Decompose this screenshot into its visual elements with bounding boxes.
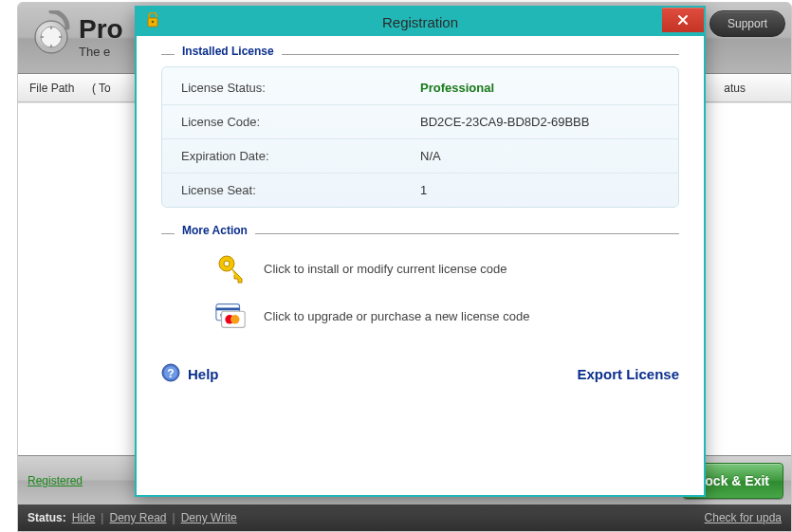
close-icon [677,14,689,26]
row-license-status: License Status: Professional [162,71,678,104]
svg-point-15 [230,315,239,323]
svg-point-9 [224,261,230,266]
group-more-action: More Action [161,229,679,238]
svg-rect-11 [216,307,240,310]
label-license-code: License Code: [181,115,420,129]
app-logo-dial-icon [29,10,73,54]
action-install-text: Click to install or modify current licen… [264,262,507,276]
column-to: ( To [92,82,111,95]
row-expiration-date: Expiration Date: N/A [162,138,678,173]
value-license-status: Professional [420,81,659,95]
registration-dialog: Registration Installed License License S… [135,6,706,497]
dialog-title: Registration [137,14,704,30]
separator: | [173,511,175,524]
status-deny-read-link[interactable]: Deny Read [109,511,166,524]
action-upgrade-purchase[interactable]: VISA Click to upgrade or purchase a new … [214,299,679,333]
status-label: Status: [28,511,66,524]
key-icon [214,251,249,285]
svg-point-1 [41,27,62,47]
separator: | [101,511,103,524]
action-upgrade-text: Click to upgrade or purchase a new licen… [264,309,529,323]
help-link[interactable]: ? Help [161,363,219,385]
svg-text:?: ? [167,367,174,380]
help-text: Help [188,366,219,382]
value-seat: 1 [420,183,659,197]
group-label: More Action [178,224,251,237]
close-button[interactable] [662,8,704,32]
status-deny-write-link[interactable]: Deny Write [181,511,237,524]
value-license-code: BD2CE-23CA9-BD8D2-69BBB [420,115,659,129]
label-license-status: License Status: [181,81,420,95]
credit-cards-icon: VISA [214,299,249,333]
column-status[interactable]: atus [724,82,746,95]
label-expiration: Expiration Date: [181,149,420,163]
value-expiration: N/A [420,149,659,163]
status-bar: Status: Hide | Deny Read | Deny Write Ch… [18,504,791,531]
group-label: Installed License [178,45,278,58]
support-button[interactable]: Support [709,10,785,37]
dialog-titlebar[interactable]: Registration [137,8,704,36]
row-license-code: License Code: BD2CE-23CA9-BD8D2-69BBB [162,104,678,138]
row-license-seat: License Seat: 1 [162,173,678,207]
status-hide-link[interactable]: Hide [72,511,96,524]
check-update-link[interactable]: Check for upda [705,511,782,524]
group-installed-license: Installed License [161,49,679,59]
app-subtitle: The e [79,45,123,59]
registered-link[interactable]: Registered [28,474,83,487]
label-seat: License Seat: [181,183,420,197]
app-title: Pro [79,10,123,43]
action-install-modify[interactable]: Click to install or modify current licen… [214,251,679,285]
column-file-path[interactable]: File Path [29,82,86,95]
license-panel: License Status: Professional License Cod… [161,66,679,208]
export-license-link[interactable]: Export License [577,366,679,382]
help-icon: ? [161,363,180,385]
